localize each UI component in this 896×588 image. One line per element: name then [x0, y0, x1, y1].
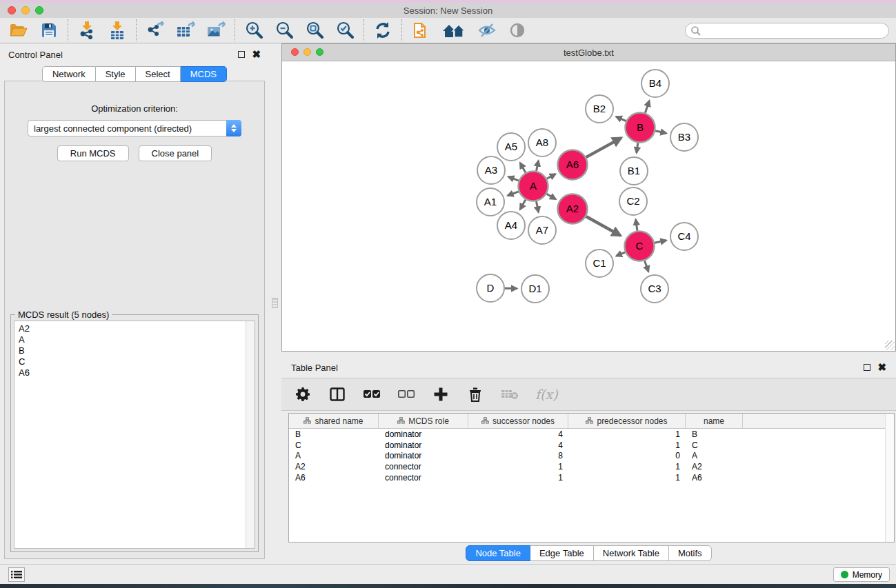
network-document-icon[interactable]: [410, 20, 431, 41]
graph-edge-C-C2[interactable]: [636, 219, 637, 230]
show-graphics-eye-icon[interactable]: [507, 20, 528, 41]
mcds-result-item[interactable]: A2: [19, 323, 255, 334]
network-zoom-button[interactable]: [316, 48, 323, 56]
graph-node-C3[interactable]: C3: [641, 275, 668, 303]
export-table-icon[interactable]: [175, 20, 196, 41]
network-canvas[interactable]: B4B2BB3A5A8A6B1A3AC2A1A2A4A7C4CC1C3DD1: [282, 61, 895, 351]
export-network-icon[interactable]: [145, 20, 166, 41]
column-header-name[interactable]: name: [686, 414, 743, 428]
graph-node-A5[interactable]: A5: [497, 133, 525, 161]
graph-node-C[interactable]: C: [625, 232, 655, 261]
graph-edge-C-C1[interactable]: [616, 252, 625, 256]
graph-edge-A-A7[interactable]: [536, 201, 538, 212]
delete-column-icon[interactable]: [466, 385, 484, 403]
graph-node-D1[interactable]: D1: [521, 275, 549, 303]
graph-node-B2[interactable]: B2: [586, 95, 613, 123]
delete-table-icon[interactable]: [501, 385, 519, 403]
zoom-out-icon[interactable]: [274, 20, 295, 41]
gear-icon[interactable]: [294, 385, 312, 403]
table-row[interactable]: A6connector11A6: [289, 472, 894, 483]
run-mcds-button[interactable]: Run MCDS: [57, 145, 129, 161]
graph-node-C4[interactable]: C4: [670, 223, 698, 250]
mcds-result-item[interactable]: A6: [19, 367, 255, 378]
open-file-icon[interactable]: [8, 20, 29, 41]
graph-edge-B-B2[interactable]: [616, 116, 626, 121]
graph-edge-A-A4[interactable]: [520, 200, 526, 210]
graph-edge-A-A2[interactable]: [546, 194, 555, 199]
refresh-icon[interactable]: [372, 20, 393, 41]
graph-edge-A-A5[interactable]: [520, 163, 526, 172]
graph-edge-A-A1[interactable]: [508, 192, 519, 196]
close-table-panel-icon[interactable]: ✖: [877, 364, 886, 371]
graph-edge-A-A3[interactable]: [508, 176, 519, 181]
graph-edge-B-B3[interactable]: [655, 131, 666, 134]
search-input[interactable]: [685, 23, 889, 39]
minimize-window-button[interactable]: [21, 6, 30, 14]
graph-edge-A-A8[interactable]: [537, 161, 539, 171]
graph-edge-C-C3[interactable]: [645, 261, 649, 272]
task-history-button[interactable]: [8, 567, 25, 582]
graph-node-D[interactable]: D: [477, 274, 504, 302]
table-row[interactable]: Cdominator41C: [289, 440, 894, 451]
window-resize-grip[interactable]: [885, 341, 895, 350]
table-row[interactable]: Adominator80A: [289, 450, 894, 461]
graph-node-A4[interactable]: A4: [497, 212, 525, 239]
graph-node-A3[interactable]: A3: [477, 156, 505, 184]
column-header-successor-nodes[interactable]: successor nodes: [468, 414, 568, 428]
tab-network[interactable]: Network: [42, 66, 96, 82]
graph-edge-C-C4[interactable]: [655, 241, 666, 243]
column-header-predecessor-nodes[interactable]: predecessor nodes: [568, 414, 686, 428]
import-network-icon[interactable]: [77, 20, 97, 41]
graph-node-A7[interactable]: A7: [528, 216, 556, 244]
graph-edge-A6-B[interactable]: [586, 138, 621, 157]
graph-node-A6[interactable]: A6: [558, 150, 588, 180]
close-panel-icon[interactable]: ✖: [252, 51, 261, 58]
graph-node-B3[interactable]: B3: [670, 123, 698, 151]
graph-edge-B-B4[interactable]: [645, 101, 649, 113]
float-table-panel-icon[interactable]: [864, 364, 870, 371]
zoom-window-button[interactable]: [35, 6, 43, 14]
tab-motifs[interactable]: Motifs: [669, 545, 712, 561]
mcds-result-item[interactable]: C: [19, 356, 255, 367]
graph-edge-A2-C[interactable]: [586, 216, 621, 236]
mcds-result-item[interactable]: A: [19, 334, 255, 345]
tab-mcds[interactable]: MCDS: [181, 66, 227, 82]
mcds-result-item[interactable]: B: [19, 345, 255, 356]
tab-select[interactable]: Select: [136, 66, 181, 82]
export-image-icon[interactable]: [206, 20, 226, 41]
graph-node-B4[interactable]: B4: [641, 70, 669, 97]
network-close-button[interactable]: [291, 48, 299, 56]
memory-button[interactable]: Memory: [833, 567, 890, 582]
optimization-criterion-dropdown[interactable]: largest connected component (directed): [28, 120, 241, 136]
table-row[interactable]: Bdominator41B: [289, 429, 894, 440]
network-minimize-button[interactable]: [303, 48, 311, 56]
panel-divider-grip[interactable]: [272, 298, 278, 308]
graph-node-B[interactable]: B: [626, 113, 655, 143]
graph-node-C2[interactable]: C2: [619, 187, 647, 215]
tab-network-table[interactable]: Network Table: [594, 545, 669, 561]
tab-edge-table[interactable]: Edge Table: [530, 545, 594, 561]
zoom-in-icon[interactable]: [243, 20, 264, 41]
graph-node-C1[interactable]: C1: [586, 250, 613, 277]
close-panel-button[interactable]: Close panel: [139, 145, 212, 161]
table-scrollbar[interactable]: [885, 414, 894, 542]
column-view-icon[interactable]: [328, 385, 346, 403]
select-all-rows-icon[interactable]: [363, 385, 381, 403]
add-column-icon[interactable]: [432, 385, 450, 403]
tab-node-table[interactable]: Node Table: [466, 545, 530, 561]
zoom-selected-icon[interactable]: [335, 20, 355, 41]
float-panel-icon[interactable]: [238, 51, 245, 58]
column-header-MCDS-role[interactable]: MCDS role: [379, 414, 468, 428]
mcds-result-list[interactable]: A2ABCA6: [14, 321, 255, 549]
save-session-icon[interactable]: [39, 20, 59, 41]
result-list-scrollbar[interactable]: [246, 321, 255, 548]
function-builder-icon[interactable]: f(x): [535, 387, 558, 402]
column-header-shared-name[interactable]: shared name: [289, 414, 379, 428]
zoom-fit-icon[interactable]: [304, 20, 325, 41]
home-pages-icon[interactable]: [441, 20, 467, 41]
hide-panel-eye-icon[interactable]: [477, 20, 497, 41]
graph-node-A[interactable]: A: [519, 172, 548, 201]
graph-node-A1[interactable]: A1: [477, 188, 504, 216]
tab-style[interactable]: Style: [96, 66, 136, 82]
graph-node-B1[interactable]: B1: [620, 157, 648, 185]
